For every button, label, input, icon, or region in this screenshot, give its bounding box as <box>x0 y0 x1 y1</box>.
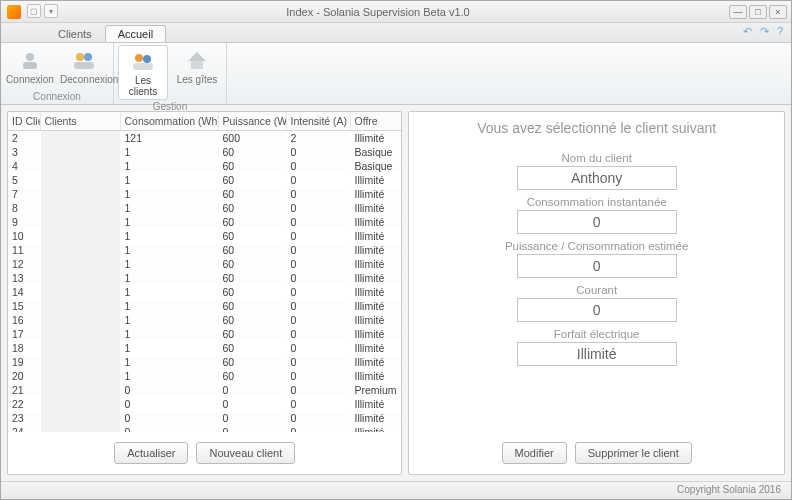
table-row[interactable]: 51600Illimité <box>8 173 401 187</box>
table-row[interactable]: 71600Illimité <box>8 187 401 201</box>
content-area: ID Client Clients Consommation (Wh) Puis… <box>1 105 791 481</box>
table-row[interactable]: 31600Basique <box>8 145 401 159</box>
cell-off: Illimité <box>350 271 401 285</box>
help-icon[interactable]: ? <box>777 25 783 38</box>
cell-id: 3 <box>8 145 40 159</box>
qat-button-1[interactable]: ▢ <box>27 4 41 18</box>
table-row[interactable]: 23000Illimité <box>8 411 401 425</box>
table-row[interactable]: 22000Illimité <box>8 397 401 411</box>
table-row[interactable]: 41600Basique <box>8 159 401 173</box>
cell-con: 1 <box>120 159 218 173</box>
cell-id: 13 <box>8 271 40 285</box>
svg-point-0 <box>26 53 34 61</box>
cell-off: Illimité <box>350 257 401 271</box>
modify-button[interactable]: Modifier <box>502 442 567 464</box>
table-row[interactable]: 171600Illimité <box>8 327 401 341</box>
cell-con: 1 <box>120 299 218 313</box>
col-offre[interactable]: Offre <box>350 112 401 131</box>
footer-copyright: Copyright Solania 2016 <box>1 481 791 499</box>
col-intensite[interactable]: Intensité (A) <box>286 112 350 131</box>
maximize-button[interactable]: □ <box>749 5 767 19</box>
col-id[interactable]: ID Client <box>8 112 40 131</box>
table-row[interactable]: 81600Illimité <box>8 201 401 215</box>
cell-cli <box>40 313 120 327</box>
cell-int: 0 <box>286 229 350 243</box>
cell-int: 2 <box>286 131 350 146</box>
cell-cli <box>40 299 120 313</box>
cell-con: 1 <box>120 187 218 201</box>
cell-int: 0 <box>286 285 350 299</box>
nav-forward-icon[interactable]: ↷ <box>760 25 769 38</box>
cell-off: Illimité <box>350 243 401 257</box>
close-button[interactable]: × <box>769 5 787 19</box>
refresh-button[interactable]: Actualiser <box>114 442 188 464</box>
cell-pui: 60 <box>218 369 286 383</box>
cell-int: 0 <box>286 243 350 257</box>
ribbon-btn-les-clients[interactable]: Les clients <box>118 45 168 100</box>
col-conso[interactable]: Consommation (Wh) <box>120 112 218 131</box>
cell-pui: 60 <box>218 299 286 313</box>
cell-id: 22 <box>8 397 40 411</box>
new-client-button[interactable]: Nouveau client <box>196 442 295 464</box>
cell-con: 1 <box>120 271 218 285</box>
ribbon-btn-les-gites[interactable]: Les gîtes <box>172 45 222 100</box>
cell-con: 0 <box>120 383 218 397</box>
cell-con: 121 <box>120 131 218 146</box>
cell-con: 1 <box>120 215 218 229</box>
cell-off: Premium <box>350 383 401 397</box>
col-puissance[interactable]: Puissance (W) <box>218 112 286 131</box>
cell-con: 1 <box>120 341 218 355</box>
table-row[interactable]: 21000Premium <box>8 383 401 397</box>
clients-icon <box>129 48 157 74</box>
cell-int: 0 <box>286 299 350 313</box>
nav-back-icon[interactable]: ↶ <box>743 25 752 38</box>
tab-clients[interactable]: Clients <box>45 25 105 42</box>
table-row[interactable]: 151600Illimité <box>8 299 401 313</box>
cell-cli <box>40 243 120 257</box>
cell-cli <box>40 215 120 229</box>
ribbon-btn-deconnexion[interactable]: Deconnexion <box>59 45 109 87</box>
cell-pui: 60 <box>218 313 286 327</box>
qat-dropdown[interactable]: ▾ <box>44 4 58 18</box>
label-conso: Consommation instantanée <box>527 196 667 208</box>
cell-con: 1 <box>120 355 218 369</box>
table-row[interactable]: 91600Illimité <box>8 215 401 229</box>
value-conso: 0 <box>517 210 677 234</box>
cell-int: 0 <box>286 341 350 355</box>
table-row[interactable]: 111600Illimité <box>8 243 401 257</box>
label-power: Puissance / Consommation estimée <box>505 240 688 252</box>
table-row[interactable]: 101600Illimité <box>8 229 401 243</box>
cell-con: 1 <box>120 257 218 271</box>
clients-panel: ID Client Clients Consommation (Wh) Puis… <box>7 111 402 475</box>
table-row[interactable]: 201600Illimité <box>8 369 401 383</box>
cell-con: 1 <box>120 313 218 327</box>
cell-pui: 0 <box>218 425 286 432</box>
table-row[interactable]: 181600Illimité <box>8 341 401 355</box>
value-current: 0 <box>517 298 677 322</box>
tab-accueil[interactable]: Accueil <box>105 25 166 42</box>
table-row[interactable]: 121600Illimité <box>8 257 401 271</box>
table-row[interactable]: 21216002Illimité <box>8 131 401 146</box>
table-row[interactable]: 131600Illimité <box>8 271 401 285</box>
cell-cli <box>40 397 120 411</box>
cell-int: 0 <box>286 159 350 173</box>
minimize-button[interactable]: — <box>729 5 747 19</box>
clients-table-wrap[interactable]: ID Client Clients Consommation (Wh) Puis… <box>8 112 401 432</box>
cell-id: 9 <box>8 215 40 229</box>
svg-point-3 <box>84 53 92 61</box>
cell-pui: 60 <box>218 271 286 285</box>
table-row[interactable]: 161600Illimité <box>8 313 401 327</box>
cell-off: Illimité <box>350 215 401 229</box>
table-row[interactable]: 24000Illimité <box>8 425 401 432</box>
cell-cli <box>40 257 120 271</box>
ribbon-btn-connexion[interactable]: Connexion <box>5 45 55 87</box>
cell-pui: 60 <box>218 201 286 215</box>
col-clients[interactable]: Clients <box>40 112 120 131</box>
svg-rect-4 <box>74 62 94 69</box>
delete-client-button[interactable]: Supprimer le client <box>575 442 692 464</box>
cell-cli <box>40 187 120 201</box>
table-row[interactable]: 191600Illimité <box>8 355 401 369</box>
table-row[interactable]: 141600Illimité <box>8 285 401 299</box>
svg-rect-9 <box>191 61 203 69</box>
detail-title: Vous avez sélectionné le client suivant <box>477 120 716 136</box>
